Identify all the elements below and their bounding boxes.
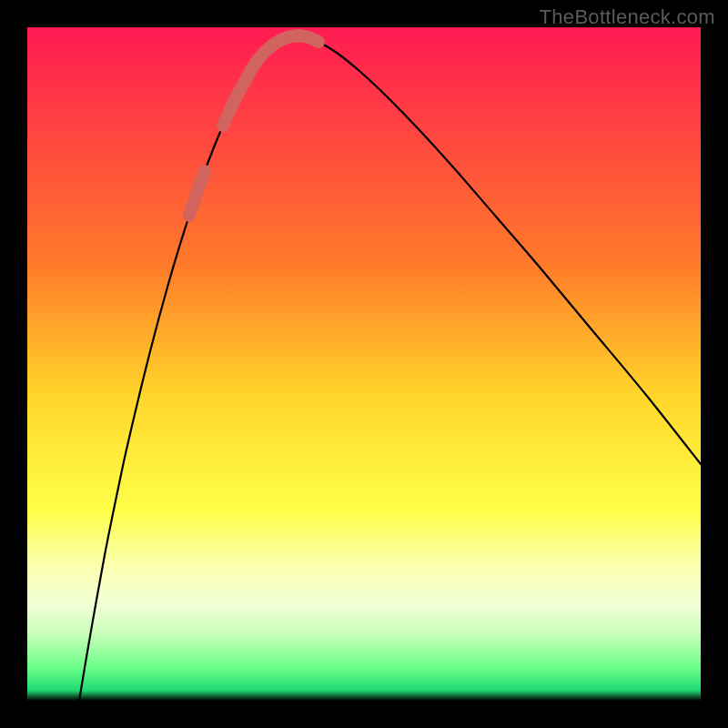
bottleneck-curve <box>27 27 701 701</box>
chart-frame: TheBottleneck.com <box>0 0 728 728</box>
highlight-segment <box>223 35 302 126</box>
plot-area <box>27 27 701 701</box>
highlight-segment <box>189 171 205 216</box>
watermark-text: TheBottleneck.com <box>540 5 715 29</box>
highlight-segment <box>282 35 318 42</box>
